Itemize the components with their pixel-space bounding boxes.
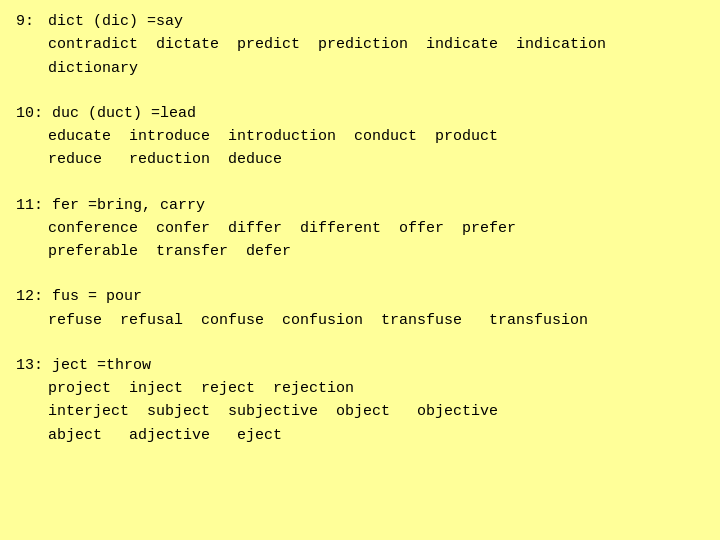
section-number: 12: [16,285,52,308]
section-line: dictionary [48,57,704,80]
main-content: 9: dict (dic) =saycontradict dictate pre… [16,10,704,447]
section-line: interject subject subjective object obje… [48,400,704,423]
section-5: 13: ject =throwproject inject reject rej… [16,354,704,447]
section-line: preferable transfer defer [48,240,704,263]
section-number: 10: [16,102,52,125]
section-3: 11: fer =bring, carryconference confer d… [16,194,704,264]
section-title: dict (dic) =say [48,13,183,30]
section-title: duc (duct) =lead [52,105,196,122]
section-header-2: 10: duc (duct) =lead [16,102,704,125]
section-header-1: 9: dict (dic) =say [16,10,704,33]
section-title: fer =bring, carry [52,197,205,214]
section-line: educate introduce introduction conduct p… [48,125,704,148]
section-number: 9: [16,10,48,33]
section-title: ject =throw [52,357,151,374]
section-line: reduce reduction deduce [48,148,704,171]
section-line: contradict dictate predict prediction in… [48,33,704,56]
section-header-3: 11: fer =bring, carry [16,194,704,217]
section-title: fus = pour [52,288,142,305]
section-2: 10: duc (duct) =leadeducate introduce in… [16,102,704,172]
section-header-4: 12: fus = pour [16,285,704,308]
section-header-5: 13: ject =throw [16,354,704,377]
section-line: refuse refusal confuse confusion transfu… [48,309,704,332]
section-number: 11: [16,194,52,217]
section-4: 12: fus = pourrefuse refusal confuse con… [16,285,704,332]
section-number: 13: [16,354,52,377]
section-line: abject adjective eject [48,424,704,447]
section-line: conference confer differ different offer… [48,217,704,240]
section-line: project inject reject rejection [48,377,704,400]
section-1: 9: dict (dic) =saycontradict dictate pre… [16,10,704,80]
